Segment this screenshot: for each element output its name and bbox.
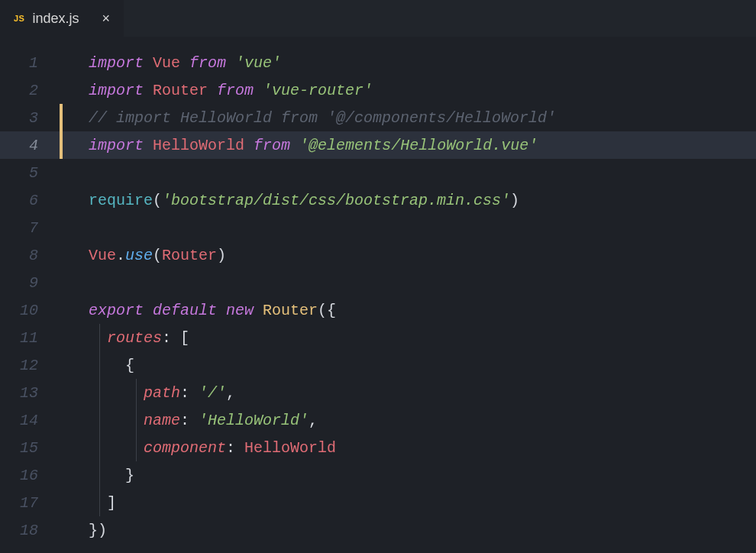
tab-bar: JS index.js × <box>0 0 756 37</box>
tab-filename: index.js <box>32 11 79 27</box>
code-editor[interactable]: 1 import Vue from 'vue' 2 import Router … <box>0 37 756 544</box>
code-line: 14 name: 'HelloWorld', <box>0 406 756 434</box>
line-number: 17 <box>0 494 60 512</box>
code-line: 12 { <box>0 351 756 379</box>
code-line: 3 // import HelloWorld from '@/component… <box>0 104 756 131</box>
code-line: 2 import Router from 'vue-router' <box>0 76 756 104</box>
line-number: 18 <box>0 522 60 539</box>
line-number: 11 <box>0 329 60 347</box>
line-number: 16 <box>0 467 60 484</box>
line-number: 13 <box>0 384 60 402</box>
tab-index-js[interactable]: JS index.js × <box>0 0 124 37</box>
code-line: 1 import Vue from 'vue' <box>0 49 756 76</box>
line-number: 12 <box>0 357 60 374</box>
code-line: 11 routes: [ <box>0 324 756 351</box>
code-line: 15 component: HelloWorld <box>0 434 756 461</box>
code-line: 7 <box>0 214 756 241</box>
code-line: 16 } <box>0 461 756 489</box>
code-line: 18 }) <box>0 516 756 544</box>
line-number: 15 <box>0 439 60 457</box>
line-number: 14 <box>0 412 60 429</box>
line-number: 3 <box>0 109 60 127</box>
close-icon[interactable]: × <box>102 11 111 27</box>
line-number: 6 <box>0 192 60 209</box>
line-number: 7 <box>0 219 60 237</box>
js-lang-icon: JS <box>14 14 24 23</box>
line-number: 1 <box>0 54 60 72</box>
code-line: 17 ] <box>0 489 756 516</box>
code-line: 5 <box>0 159 756 186</box>
line-number: 10 <box>0 302 60 319</box>
line-number: 9 <box>0 274 60 292</box>
code-line: 13 path: '/', <box>0 379 756 406</box>
code-line-active: 4 import HelloWorld from '@elements/Hell… <box>0 131 756 159</box>
line-number: 8 <box>0 247 60 264</box>
line-number: 5 <box>0 164 60 182</box>
code-line: 10 export default new Router({ <box>0 296 756 324</box>
line-number: 2 <box>0 82 60 99</box>
line-number: 4 <box>0 137 60 154</box>
code-line: 8 Vue.use(Router) <box>0 241 756 269</box>
code-line: 9 <box>0 269 756 296</box>
code-line: 6 require('bootstrap/dist/css/bootstrap.… <box>0 186 756 214</box>
